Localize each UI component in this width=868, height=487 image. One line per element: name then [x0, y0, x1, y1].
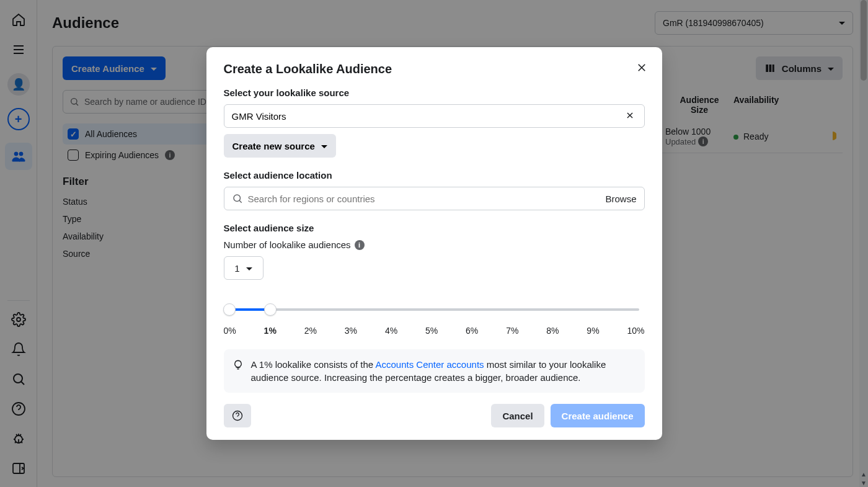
size-section-label: Select audience size — [224, 223, 645, 233]
create-new-source-button[interactable]: Create new source — [224, 134, 336, 158]
slider-ticks: 0%1%2%3%4%5%6%7%8%9%10% — [224, 326, 645, 336]
accounts-center-link[interactable]: Accounts Center accounts — [375, 359, 484, 370]
lightbulb-icon — [232, 359, 244, 370]
browse-link[interactable]: Browse — [605, 194, 636, 204]
close-icon[interactable] — [632, 58, 651, 79]
audience-count-select[interactable]: 1 — [224, 256, 264, 280]
source-section-label: Select your lookalike source — [224, 87, 645, 98]
svg-point-11 — [234, 195, 241, 202]
create-audience-button-modal[interactable]: Create audience — [551, 404, 645, 427]
cancel-button[interactable]: Cancel — [491, 404, 544, 427]
slider-handle-start[interactable] — [223, 303, 236, 316]
source-input[interactable] — [224, 104, 645, 128]
chevron-down-icon — [246, 263, 252, 274]
location-input[interactable]: Browse — [224, 187, 645, 210]
location-section-label: Select audience location — [224, 170, 645, 181]
modal-overlay: Create a Lookalike Audience Select your … — [0, 0, 868, 487]
modal-title: Create a Lookalike Audience — [224, 62, 645, 76]
slider-handle-end[interactable] — [264, 303, 277, 316]
lookalike-modal: Create a Lookalike Audience Select your … — [206, 47, 662, 440]
info-icon[interactable] — [355, 240, 365, 250]
search-icon — [232, 193, 243, 204]
count-label: Number of lookalike audiences — [224, 239, 351, 250]
help-button[interactable] — [224, 404, 251, 427]
info-callout: A 1% lookalike consists of the Accounts … — [224, 349, 645, 393]
size-slider[interactable] — [224, 301, 645, 318]
chevron-down-icon — [321, 141, 327, 151]
location-field[interactable] — [248, 194, 601, 204]
clear-icon[interactable] — [623, 109, 637, 124]
source-field[interactable] — [232, 111, 618, 122]
